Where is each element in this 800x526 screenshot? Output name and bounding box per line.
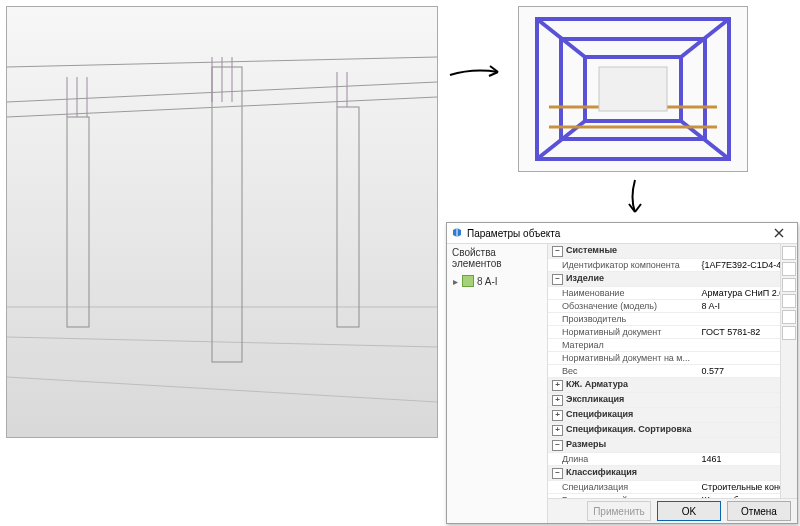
property-key: Материал — [548, 339, 699, 352]
collapse-icon[interactable]: − — [552, 468, 563, 479]
property-value[interactable]: {1AF7E392-C1D4-4BA6-9850-1CF6B73CDD0D} — [699, 259, 780, 272]
property-row[interactable]: Вес0.577 — [548, 365, 780, 378]
expand-icon[interactable]: + — [552, 425, 563, 436]
property-key: Длина — [548, 453, 699, 466]
viewport-detail[interactable] — [518, 6, 748, 172]
property-key: Нормативный документ на м... — [548, 352, 699, 365]
viewport-detail-svg — [519, 7, 747, 171]
property-row[interactable]: Длина1461 — [548, 453, 780, 466]
element-tree-pane: Свойства элементов ▸ 8 A-I — [447, 244, 548, 523]
property-key: Наименование — [548, 287, 699, 300]
property-value[interactable] — [699, 339, 780, 352]
property-group[interactable]: −Изделие — [548, 272, 780, 287]
dialog-title: Параметры объекта — [467, 228, 560, 239]
app-icon — [451, 227, 463, 239]
apply-button[interactable]: Применить — [587, 501, 651, 521]
tool-alpha-sort-icon[interactable] — [782, 262, 796, 276]
property-value[interactable]: ГОСТ 5781-82 — [699, 326, 780, 339]
titlebar[interactable]: Параметры объекта — [447, 223, 797, 244]
property-group-label: Экспликация — [566, 394, 624, 404]
svg-rect-28 — [599, 67, 667, 111]
collapse-icon[interactable]: − — [552, 274, 563, 285]
expand-icon[interactable]: + — [552, 410, 563, 421]
tool-filter-icon[interactable] — [782, 278, 796, 292]
close-button[interactable] — [765, 224, 793, 242]
tree-root-row[interactable]: ▸ 8 A-I — [451, 274, 543, 288]
viewport-main[interactable] — [6, 6, 438, 438]
collapse-icon[interactable]: − — [552, 440, 563, 451]
property-group-label: Системные — [566, 245, 617, 255]
property-value[interactable] — [699, 352, 780, 365]
property-key: Вес — [548, 365, 699, 378]
property-group[interactable]: +Спецификация — [548, 408, 780, 423]
property-group-label: Размеры — [566, 439, 606, 449]
rebar-icon — [462, 275, 474, 287]
property-value[interactable]: Строительные конструкции — [699, 481, 780, 494]
tree-root-label: 8 A-I — [477, 276, 498, 287]
ok-button[interactable]: OK — [657, 501, 721, 521]
tool-categorize-icon[interactable] — [782, 246, 796, 260]
property-key: Обозначение (модель) — [548, 300, 699, 313]
property-value[interactable]: 0.577 — [699, 365, 780, 378]
close-icon — [774, 228, 784, 238]
property-group[interactable]: +КЖ. Арматура — [548, 378, 780, 393]
property-key: Идентификатор компонента — [548, 259, 699, 272]
property-group[interactable]: +Спецификация. Сортировка — [548, 423, 780, 438]
property-row[interactable]: СпециализацияСтроительные конструкции — [548, 481, 780, 494]
property-value[interactable]: Арматура СНиП 2.03.01-84 — [699, 287, 780, 300]
property-group[interactable]: +Экспликация — [548, 393, 780, 408]
dialog-footer: Применить OK Отмена — [548, 498, 797, 523]
arrow-down — [620, 178, 650, 218]
cancel-button[interactable]: Отмена — [727, 501, 791, 521]
property-key: Производитель — [548, 313, 699, 326]
property-row[interactable]: Нормативный документ на м... — [548, 352, 780, 365]
property-group-label: КЖ. Арматура — [566, 379, 628, 389]
property-group-label: Изделие — [566, 273, 604, 283]
property-row[interactable]: НаименованиеАрматура СНиП 2.03.01-84 — [548, 287, 780, 300]
collapse-icon[interactable]: − — [552, 246, 563, 257]
viewport-main-svg — [7, 7, 437, 437]
tree-header: Свойства элементов — [447, 244, 547, 272]
property-row[interactable]: Производитель — [548, 313, 780, 326]
expand-icon[interactable]: + — [552, 395, 563, 406]
property-grid[interactable]: −СистемныеИдентификатор компонента{1AF7E… — [548, 244, 780, 498]
property-value[interactable]: 8 A-I — [699, 300, 780, 313]
property-row[interactable]: Нормативный документГОСТ 5781-82 — [548, 326, 780, 339]
property-group-label: Спецификация. Сортировка — [566, 424, 692, 434]
tree-expander-icon[interactable]: ▸ — [451, 276, 459, 287]
property-value[interactable] — [699, 313, 780, 326]
property-key: Нормативный документ — [548, 326, 699, 339]
property-value[interactable]: 1461 — [699, 453, 780, 466]
property-group-label: Спецификация — [566, 409, 633, 419]
object-parameters-dialog: Параметры объекта Свойства элементов ▸ 8… — [446, 222, 798, 524]
property-row[interactable]: Идентификатор компонента{1AF7E392-C1D4-4… — [548, 259, 780, 272]
grid-toolbar — [780, 244, 797, 498]
property-group-label: Классификация — [566, 467, 637, 477]
arrow-right — [448, 60, 508, 90]
property-group[interactable]: −Размеры — [548, 438, 780, 453]
property-group[interactable]: −Системные — [548, 244, 780, 259]
expand-icon[interactable]: + — [552, 380, 563, 391]
property-key: Специализация — [548, 481, 699, 494]
property-row[interactable]: Материал — [548, 339, 780, 352]
tool-help-icon[interactable] — [782, 326, 796, 340]
property-row[interactable]: Обозначение (модель)8 A-I — [548, 300, 780, 313]
tool-expand-icon[interactable] — [782, 294, 796, 308]
tool-collapse-icon[interactable] — [782, 310, 796, 324]
element-tree[interactable]: ▸ 8 A-I — [447, 272, 547, 290]
property-group[interactable]: −Классификация — [548, 466, 780, 481]
